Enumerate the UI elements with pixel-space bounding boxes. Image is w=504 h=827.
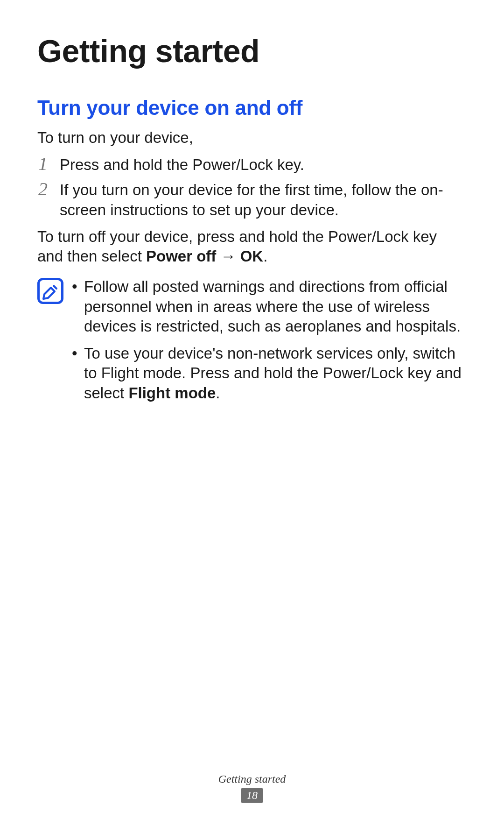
footer-section-label: Getting started xyxy=(0,773,504,785)
intro-text: To turn on your device, xyxy=(37,128,467,148)
page-footer: Getting started 18 xyxy=(0,773,504,803)
manual-page: Getting started Turn your device on and … xyxy=(0,0,504,827)
step-text: Press and hold the Power/Lock key. xyxy=(60,155,467,175)
note-bullet: To use your device's non-network service… xyxy=(70,344,467,403)
note-icon xyxy=(37,278,63,304)
note-bold: Flight mode xyxy=(128,384,216,402)
note-bullet-list: Follow all posted warnings and direction… xyxy=(70,277,467,410)
turn-off-bold: Power off → OK xyxy=(146,247,263,265)
page-number: 18 xyxy=(241,788,263,803)
step-number: 1 xyxy=(37,155,60,173)
turn-off-paragraph: To turn off your device, press and hold … xyxy=(37,227,467,267)
note-block: Follow all posted warnings and direction… xyxy=(37,277,467,410)
turn-off-suffix: . xyxy=(263,247,267,265)
note-suffix: . xyxy=(216,384,220,402)
step-item: 1 Press and hold the Power/Lock key. xyxy=(37,155,467,175)
section-title: Turn your device on and off xyxy=(37,96,467,120)
chapter-title: Getting started xyxy=(37,33,467,69)
step-text: If you turn on your device for the first… xyxy=(60,180,467,220)
step-list: 1 Press and hold the Power/Lock key. 2 I… xyxy=(37,155,467,220)
step-number: 2 xyxy=(37,180,60,198)
note-icon-wrap xyxy=(37,277,70,304)
note-text: Follow all posted warnings and direction… xyxy=(84,278,461,334)
note-bullet: Follow all posted warnings and direction… xyxy=(70,277,467,336)
step-item: 2 If you turn on your device for the fir… xyxy=(37,180,467,220)
